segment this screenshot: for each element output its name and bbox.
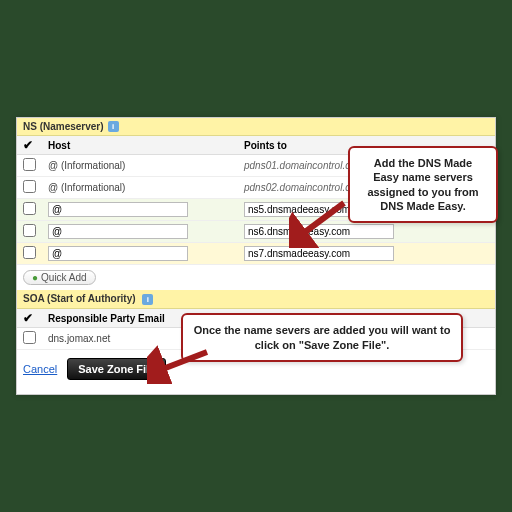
points-input[interactable] <box>244 224 394 239</box>
row-checkbox[interactable] <box>23 202 36 215</box>
ns-section-header: NS (Nameserver) i <box>17 118 495 136</box>
table-row <box>17 243 495 265</box>
row-checkbox[interactable] <box>23 246 36 259</box>
host-input[interactable] <box>48 224 188 239</box>
callout-save: Once the name severs are added you will … <box>181 313 463 362</box>
col-select: ✔ <box>17 136 42 155</box>
save-zone-file-button[interactable]: Save Zone File <box>67 358 166 380</box>
host-input[interactable] <box>48 246 188 261</box>
callout-add-ns: Add the DNS Made Easy name servers assig… <box>348 146 498 223</box>
col-host: Host <box>42 136 238 155</box>
quick-add-label: Quick Add <box>41 272 87 283</box>
ns-title: NS (Nameserver) <box>23 121 104 132</box>
quick-add-button[interactable]: ●Quick Add <box>23 270 96 285</box>
dns-zone-panel: NS (Nameserver) i ✔ Host Points to @ (In… <box>16 117 496 395</box>
info-icon[interactable]: i <box>108 121 119 132</box>
row-checkbox[interactable] <box>23 331 36 344</box>
row-checkbox[interactable] <box>23 224 36 237</box>
cancel-link[interactable]: Cancel <box>23 363 57 375</box>
info-icon[interactable]: i <box>142 294 153 305</box>
points-input[interactable] <box>244 246 394 261</box>
row-checkbox[interactable] <box>23 180 36 193</box>
row-checkbox[interactable] <box>23 158 36 171</box>
col-select: ✔ <box>17 309 42 328</box>
soa-title: SOA (Start of Authority) <box>23 293 136 304</box>
host-cell: @ (Informational) <box>42 155 238 177</box>
table-row <box>17 221 495 243</box>
host-cell: @ (Informational) <box>42 177 238 199</box>
soa-section-header: SOA (Start of Authority) i <box>17 290 495 309</box>
host-input[interactable] <box>48 202 188 217</box>
plus-icon: ● <box>32 272 38 283</box>
quick-add-row: ●Quick Add <box>17 265 495 290</box>
